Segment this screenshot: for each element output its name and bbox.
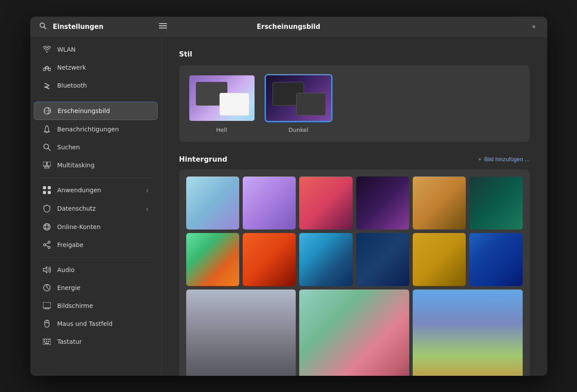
- wallpaper-9[interactable]: [299, 233, 352, 286]
- sidebar-item-label: Datenschutz: [57, 205, 96, 212]
- sidebar-item-label: Bluetooth: [57, 82, 87, 89]
- sidebar-item-label: Bildschirme: [57, 302, 93, 309]
- wallpaper-5[interactable]: [413, 177, 466, 230]
- add-image-label: Bild hinzufügen ...: [484, 156, 529, 162]
- sidebar-item-label: Audio: [57, 266, 75, 273]
- dark-light-window: [296, 93, 326, 116]
- keyboard-icon: [42, 337, 51, 346]
- network-icon: [42, 63, 51, 72]
- sidebar-item-label: Multitasking: [57, 162, 95, 169]
- appearance-icon: [43, 106, 52, 115]
- style-option-dunkel[interactable]: Dunkel: [265, 74, 333, 133]
- wallpaper-1[interactable]: [186, 177, 239, 230]
- hamburger-button[interactable]: [157, 21, 169, 32]
- sidebar-item-suchen[interactable]: Suchen: [34, 138, 158, 156]
- divider-3: [37, 257, 154, 258]
- sidebar-item-anwendungen[interactable]: Anwendungen ›: [34, 181, 158, 199]
- sidebar-item-freigabe[interactable]: Freigabe: [34, 236, 158, 254]
- sidebar-item-online-konten[interactable]: Online-Konten: [34, 218, 158, 236]
- svg-rect-17: [43, 186, 46, 189]
- wallpaper-13[interactable]: [186, 290, 296, 375]
- light-preview-bg: [189, 75, 255, 121]
- search-icon: [42, 143, 51, 152]
- svg-rect-39: [46, 339, 47, 340]
- privacy-icon: [42, 204, 51, 213]
- sidebar-item-label: Anwendungen: [57, 187, 101, 194]
- online-accounts-icon: [42, 222, 51, 231]
- close-button[interactable]: ×: [528, 21, 540, 33]
- titlebar-center: Erscheinungsbild: [169, 23, 409, 31]
- wallpaper-6[interactable]: [469, 177, 522, 230]
- svg-point-26: [43, 244, 46, 246]
- sidebar-item-label: Tastatur: [57, 338, 82, 345]
- sidebar-item-erscheinungsbild[interactable]: Erscheinungsbild: [34, 102, 158, 120]
- wallpaper-2[interactable]: [243, 177, 296, 230]
- svg-rect-16: [45, 167, 49, 169]
- sidebar-item-label: Suchen: [57, 144, 80, 151]
- divider-2: [37, 177, 154, 178]
- svg-rect-40: [48, 339, 50, 340]
- sidebar-item-maus-tastfeld[interactable]: Maus und Tastfeld: [34, 315, 158, 332]
- notifications-icon: [42, 125, 51, 134]
- wallpaper-14[interactable]: [299, 290, 409, 375]
- style-option-hell[interactable]: Hell: [188, 74, 256, 133]
- sidebar-item-benachrichtigungen[interactable]: Benachrichtigungen: [34, 120, 158, 138]
- multitasking-icon: [42, 161, 51, 170]
- sidebar-item-energie[interactable]: Energie: [34, 279, 158, 297]
- dark-preview-bg: [266, 75, 331, 121]
- wallpaper-7[interactable]: [186, 233, 239, 286]
- sidebar-item-datenschutz[interactable]: Datenschutz ›: [34, 200, 158, 218]
- svg-rect-7: [48, 68, 51, 71]
- sidebar-item-bildschirme[interactable]: Bildschirme: [34, 297, 158, 314]
- window-title: Erscheinungsbild: [257, 23, 320, 31]
- svg-rect-15: [47, 162, 51, 166]
- sidebar-item-tastatur[interactable]: Tastatur: [34, 333, 158, 350]
- svg-rect-5: [43, 68, 46, 71]
- apps-icon: [42, 186, 51, 194]
- style-options: Hell Dunkel: [188, 74, 521, 133]
- settings-label: Einstellungen: [53, 23, 104, 31]
- chevron-right-icon: ›: [145, 204, 149, 213]
- svg-line-13: [48, 148, 50, 151]
- search-icon: [39, 22, 47, 30]
- displays-icon: [42, 301, 51, 310]
- titlebar: Einstellungen Erscheinungsbild ×: [30, 17, 547, 37]
- sidebar-item-label: Netzwerk: [57, 64, 86, 71]
- divider-1: [37, 98, 154, 98]
- stil-section-title: Stil: [179, 50, 530, 58]
- sidebar-item-label: Online-Konten: [57, 223, 101, 230]
- sidebar-item-multitasking[interactable]: Multitasking: [34, 156, 158, 174]
- wallpaper-12[interactable]: [469, 233, 522, 286]
- wallpaper-11[interactable]: [413, 233, 466, 286]
- svg-rect-14: [43, 162, 46, 166]
- wallpaper-15[interactable]: [413, 290, 523, 375]
- hell-label: Hell: [216, 127, 227, 133]
- titlebar-search-button[interactable]: [37, 20, 49, 33]
- svg-point-27: [48, 246, 50, 248]
- sidebar-item-netzwerk[interactable]: Netzwerk: [34, 59, 158, 76]
- sidebar-item-audio[interactable]: Audio: [34, 261, 158, 279]
- svg-rect-44: [45, 343, 49, 344]
- wallpaper-4[interactable]: [356, 177, 409, 230]
- wallpaper-3[interactable]: [299, 177, 352, 230]
- svg-point-25: [48, 241, 50, 243]
- sidebar: WLAN Netzwerk: [30, 37, 162, 376]
- add-image-button[interactable]: + Bild hinzufügen ...: [478, 156, 530, 162]
- wallpaper-8[interactable]: [243, 233, 296, 286]
- dunkel-preview[interactable]: [265, 74, 333, 122]
- svg-rect-38: [44, 339, 45, 340]
- titlebar-right: ×: [409, 21, 540, 33]
- svg-rect-42: [46, 341, 47, 342]
- stil-section: Hell Dunkel: [179, 65, 530, 142]
- sidebar-item-label: Benachrichtigungen: [57, 126, 119, 133]
- background-section-header: Hintergrund + Bild hinzufügen ...: [179, 155, 530, 163]
- wallpaper-10[interactable]: [356, 233, 409, 286]
- sidebar-item-label: WLAN: [57, 46, 76, 53]
- settings-window: Einstellungen Erscheinungsbild ×: [30, 17, 547, 376]
- svg-rect-31: [43, 302, 51, 308]
- sidebar-item-bluetooth[interactable]: Bluetooth: [34, 77, 158, 94]
- svg-line-28: [46, 243, 48, 244]
- sidebar-item-wlan[interactable]: WLAN: [34, 41, 158, 58]
- mouse-icon: [42, 319, 51, 328]
- hell-preview[interactable]: [188, 74, 256, 122]
